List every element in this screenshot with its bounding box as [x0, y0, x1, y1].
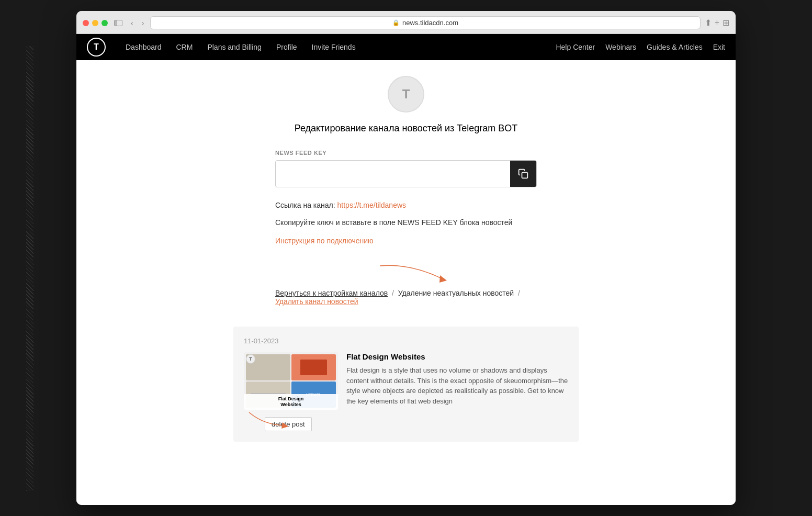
- field-label: NEWS FEED KEY: [275, 150, 537, 156]
- news-card: 11-01-2023 UTEMPL: [233, 327, 579, 442]
- news-feed-key-input[interactable]: [276, 162, 510, 186]
- forward-button[interactable]: ›: [140, 18, 146, 28]
- curved-arrow-svg: [369, 261, 474, 287]
- sidebar-toggle-button[interactable]: [112, 19, 125, 27]
- navigation-bar: T Dashboard CRM Plans and Billing Profil…: [76, 34, 736, 60]
- traffic-light-red[interactable]: [83, 20, 89, 26]
- channel-link[interactable]: https://t.me/tildanews: [337, 201, 407, 209]
- form-section: NEWS FEED KEY Ссылка на канал: https://t…: [275, 150, 537, 321]
- svg-marker-2: [281, 422, 288, 429]
- delete-channel-link[interactable]: Удалить канал новостей: [275, 297, 358, 306]
- card-title: Flat Design Websites: [346, 352, 568, 361]
- card-info: Flat Design Websites Flat design is a st…: [346, 352, 568, 410]
- svg-marker-1: [439, 275, 447, 283]
- main-content: T Редактирование канала новостей из Tele…: [76, 60, 736, 505]
- address-bar[interactable]: 🔒 news.tildacdn.com: [150, 16, 700, 29]
- card-date: 11-01-2023: [244, 337, 568, 345]
- tabs-icon[interactable]: ⊞: [723, 18, 729, 28]
- back-button[interactable]: ‹: [129, 18, 136, 28]
- nav-right: Help Center Webinars Guides & Articles E…: [556, 43, 725, 51]
- key-input-row: [275, 160, 537, 187]
- thumb-label: Flat Design Websites: [244, 394, 338, 410]
- thumb-logo: T: [246, 354, 255, 364]
- card-thumbnail: UTEMPL T Flat Design Websites: [244, 352, 338, 410]
- delete-arrow-svg: [239, 410, 301, 431]
- nav-help-center[interactable]: Help Center: [556, 43, 595, 51]
- new-tab-icon[interactable]: +: [715, 18, 719, 28]
- svg-rect-0: [522, 173, 528, 178]
- card-content: UTEMPL T Flat Design Websites Flat Desig…: [244, 352, 568, 410]
- copy-button[interactable]: [510, 161, 536, 187]
- share-icon[interactable]: ⬆: [705, 18, 712, 28]
- card-description: Flat design is a style that uses no volu…: [346, 365, 568, 406]
- nav-guides[interactable]: Guides & Articles: [647, 43, 703, 51]
- arrow-decoration: [275, 261, 537, 287]
- lock-icon: 🔒: [392, 19, 400, 26]
- instruction-link[interactable]: Инструкция по подключению: [275, 237, 374, 245]
- nav-crm[interactable]: CRM: [169, 34, 200, 60]
- traffic-light-yellow[interactable]: [92, 20, 98, 26]
- back-to-channels-link[interactable]: Вернуться к настройкам каналов: [275, 289, 388, 297]
- delete-arrow-decoration: delete post: [244, 410, 568, 431]
- channel-link-text: Ссылка на канал: https://t.me/tildanews: [275, 200, 537, 211]
- separator1: /: [392, 289, 394, 297]
- page-icon: T: [388, 76, 424, 113]
- traffic-light-green[interactable]: [102, 20, 108, 26]
- copy-hint-text: Скопируйте ключ и вставьте в поле NEWS F…: [275, 217, 537, 228]
- url-text: news.tildacdn.com: [402, 19, 458, 27]
- actions-row: Вернуться к настройкам каналов / Удалени…: [275, 289, 537, 306]
- copy-icon: [518, 169, 528, 179]
- separator2: /: [518, 289, 520, 297]
- nav-dashboard[interactable]: Dashboard: [118, 34, 169, 60]
- nav-exit[interactable]: Exit: [713, 43, 725, 51]
- nav-links: Dashboard CRM Plans and Billing Profile …: [118, 34, 556, 60]
- nav-plans-billing[interactable]: Plans and Billing: [200, 34, 269, 60]
- page-title: Редактирование канала новостей из Telegr…: [295, 123, 518, 134]
- delete-old-label: Удаление неактуальных новостей: [398, 289, 514, 297]
- logo[interactable]: T: [87, 38, 106, 57]
- nav-invite-friends[interactable]: Invite Friends: [304, 34, 363, 60]
- nav-profile[interactable]: Profile: [269, 34, 304, 60]
- nav-webinars[interactable]: Webinars: [605, 43, 636, 51]
- thumb-img-2: [291, 354, 336, 380]
